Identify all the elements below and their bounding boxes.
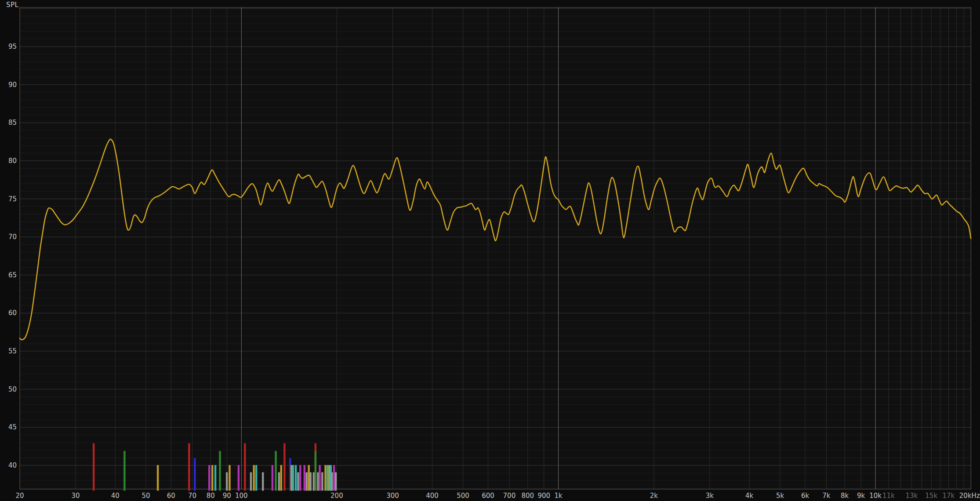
svg-text:15k: 15k <box>925 492 937 500</box>
svg-text:60: 60 <box>167 492 175 500</box>
svg-text:70: 70 <box>8 233 17 241</box>
svg-text:40: 40 <box>111 492 120 500</box>
svg-text:90: 90 <box>223 492 231 500</box>
svg-text:50: 50 <box>8 385 17 393</box>
y-axis-title: SPL <box>6 1 18 9</box>
svg-text:600: 600 <box>482 492 494 500</box>
svg-text:70: 70 <box>188 492 196 500</box>
svg-text:300: 300 <box>386 492 399 500</box>
svg-text:3k: 3k <box>706 492 714 500</box>
svg-text:1k: 1k <box>555 492 563 500</box>
svg-text:17k: 17k <box>943 492 955 500</box>
svg-text:400: 400 <box>426 492 439 500</box>
svg-text:6k: 6k <box>801 492 809 500</box>
svg-text:50: 50 <box>142 492 150 500</box>
svg-text:10k: 10k <box>869 492 882 500</box>
svg-text:85: 85 <box>8 119 17 127</box>
svg-text:30: 30 <box>71 492 80 500</box>
svg-text:800: 800 <box>521 492 534 500</box>
svg-text:11k: 11k <box>882 492 895 500</box>
svg-text:9k: 9k <box>857 492 865 500</box>
svg-text:40: 40 <box>8 461 17 469</box>
spl-measurement-window: 9590858075706560555045402030405060708090… <box>0 0 980 501</box>
svg-text:500: 500 <box>457 492 469 500</box>
svg-text:7k: 7k <box>822 492 831 500</box>
svg-text:8k: 8k <box>841 492 849 500</box>
svg-text:75: 75 <box>8 195 17 203</box>
svg-text:65: 65 <box>8 271 17 279</box>
svg-text:60: 60 <box>8 309 17 317</box>
svg-text:13k: 13k <box>905 492 918 500</box>
svg-text:100: 100 <box>235 492 248 500</box>
svg-text:700: 700 <box>503 492 516 500</box>
svg-text:5k: 5k <box>776 492 784 500</box>
svg-text:4k: 4k <box>745 492 754 500</box>
svg-text:80: 80 <box>207 492 215 500</box>
svg-text:45: 45 <box>8 423 17 431</box>
svg-text:55: 55 <box>8 347 17 355</box>
svg-text:200: 200 <box>330 492 343 500</box>
svg-text:90: 90 <box>8 81 17 89</box>
svg-text:20kHz: 20kHz <box>959 492 980 500</box>
svg-text:20: 20 <box>15 492 24 500</box>
svg-text:2k: 2k <box>650 492 658 500</box>
spl-frequency-response-plot[interactable]: 9590858075706560555045402030405060708090… <box>0 0 980 501</box>
svg-text:95: 95 <box>8 43 17 51</box>
svg-text:80: 80 <box>8 157 17 165</box>
svg-text:900: 900 <box>537 492 550 500</box>
